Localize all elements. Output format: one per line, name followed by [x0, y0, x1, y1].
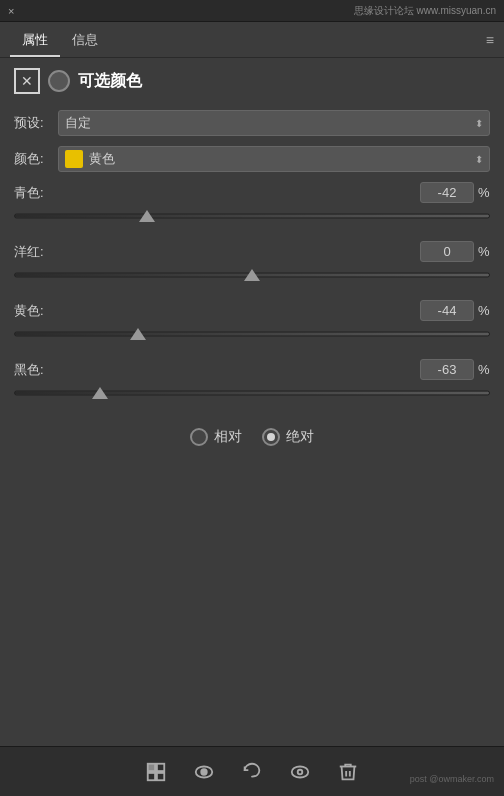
black-percent: %	[478, 362, 490, 377]
magenta-label: 洋红:	[14, 243, 58, 261]
color-arrow-icon: ⬍	[475, 154, 483, 165]
radio-absolute-label: 绝对	[286, 428, 314, 446]
radio-relative-outer	[190, 428, 208, 446]
preset-row: 预设: 自定 ⬍	[14, 110, 490, 136]
preset-label: 预设:	[14, 114, 58, 132]
magenta-slider-section: 洋红: %	[14, 241, 490, 284]
tab-menu-icon[interactable]: ≡	[486, 32, 494, 48]
svg-rect-2	[148, 772, 155, 779]
cyan-percent: %	[478, 185, 490, 200]
top-bar: × 思缘设计论坛 www.missyuan.cn	[0, 0, 504, 22]
preset-arrow-icon: ⬍	[475, 118, 483, 129]
svg-rect-1	[157, 763, 164, 770]
color-swatch	[65, 150, 83, 168]
black-slider-track[interactable]	[14, 384, 490, 402]
trash-button[interactable]	[332, 756, 364, 788]
cyan-label: 青色:	[14, 184, 58, 202]
cyan-track	[14, 214, 490, 219]
radio-absolute[interactable]: 绝对	[262, 428, 314, 446]
mask-button[interactable]	[140, 756, 172, 788]
x-icon: ✕	[21, 73, 33, 89]
black-track	[14, 391, 490, 396]
svg-point-7	[298, 769, 303, 774]
eye2-button[interactable]	[284, 756, 316, 788]
magenta-slider-track[interactable]	[14, 266, 490, 284]
cyan-slider-row: 青色: %	[14, 182, 490, 203]
panel-header: ✕ 可选颜色	[14, 68, 490, 94]
cyan-thumb[interactable]	[139, 210, 155, 222]
close-button[interactable]: ×	[8, 5, 20, 17]
panel-content: ✕ 可选颜色 预设: 自定 ⬍ 颜色: 黄色 ⬍ 青色: %	[0, 58, 504, 470]
yellow-slider-row: 黄色: %	[14, 300, 490, 321]
svg-rect-0	[148, 763, 155, 770]
eye-button[interactable]	[188, 756, 220, 788]
watermark: 思缘设计论坛 www.missyuan.cn	[354, 4, 496, 18]
black-slider-section: 黑色: %	[14, 359, 490, 402]
magenta-percent: %	[478, 244, 490, 259]
preset-select[interactable]: 自定 ⬍	[58, 110, 490, 136]
yellow-track	[14, 332, 490, 337]
panel-title: 可选颜色	[78, 71, 142, 92]
black-label: 黑色:	[14, 361, 58, 379]
watermark-bottom: post @owmaker.com	[410, 774, 494, 784]
svg-point-5	[201, 769, 207, 775]
yellow-slider-track[interactable]	[14, 325, 490, 343]
magenta-thumb[interactable]	[244, 269, 260, 281]
black-value-input[interactable]	[420, 359, 474, 380]
color-label: 颜色:	[14, 150, 58, 168]
cyan-slider-section: 青色: %	[14, 182, 490, 225]
circle-icon	[48, 70, 70, 92]
yellow-value-input[interactable]	[420, 300, 474, 321]
cyan-value-input[interactable]	[420, 182, 474, 203]
undo-button[interactable]	[236, 756, 268, 788]
cyan-slider-track[interactable]	[14, 207, 490, 225]
tab-properties[interactable]: 属性	[10, 25, 60, 57]
color-name: 黄色	[89, 150, 115, 168]
mask-icon-box: ✕	[14, 68, 40, 94]
color-row: 颜色: 黄色 ⬍	[14, 146, 490, 172]
radio-absolute-inner	[267, 433, 275, 441]
yellow-slider-section: 黄色: %	[14, 300, 490, 343]
preset-value: 自定	[65, 114, 91, 132]
black-thumb[interactable]	[92, 387, 108, 399]
radio-absolute-outer	[262, 428, 280, 446]
radio-group: 相对 绝对	[14, 418, 490, 456]
color-select[interactable]: 黄色 ⬍	[58, 146, 490, 172]
svg-point-6	[292, 766, 309, 777]
bottom-toolbar: post @owmaker.com	[0, 746, 504, 796]
svg-rect-3	[157, 772, 164, 779]
black-slider-row: 黑色: %	[14, 359, 490, 380]
yellow-percent: %	[478, 303, 490, 318]
radio-relative-label: 相对	[214, 428, 242, 446]
yellow-label: 黄色:	[14, 302, 58, 320]
tab-bar: 属性 信息 ≡	[0, 22, 504, 58]
yellow-thumb[interactable]	[130, 328, 146, 340]
magenta-value-input[interactable]	[420, 241, 474, 262]
radio-relative[interactable]: 相对	[190, 428, 242, 446]
magenta-slider-row: 洋红: %	[14, 241, 490, 262]
tab-info[interactable]: 信息	[60, 25, 110, 57]
